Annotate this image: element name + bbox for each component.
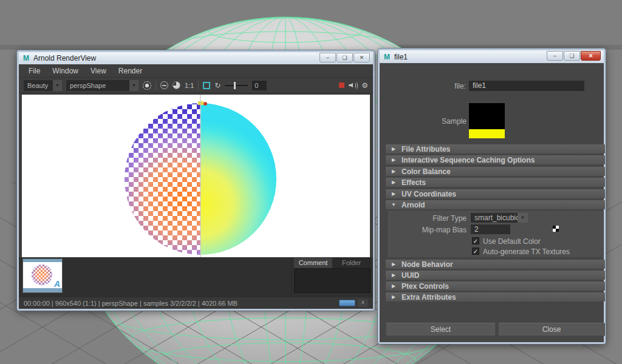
collapsed-arrow-icon: ▶ [386, 146, 402, 152]
file1-title: file1 [394, 53, 544, 61]
maya-logo-icon: M [383, 53, 391, 61]
filter-type-dropdown[interactable]: smart_bicubic ▼ [471, 213, 528, 223]
collapsed-arrow-icon: ▶ [386, 294, 402, 300]
snapshot-thumbnail[interactable]: A [22, 258, 63, 293]
chevron-down-icon: ▼ [53, 80, 62, 91]
texture-map-icon[interactable] [553, 226, 559, 232]
aov-dropdown[interactable]: Beauty ▼ [24, 80, 62, 91]
maximize-button[interactable]: ❏ [337, 53, 353, 62]
comment-panel: Comment Folder [294, 258, 371, 293]
display-channels-icon[interactable] [160, 81, 168, 89]
sample-label: Sample [416, 117, 466, 126]
sample-swatch[interactable] [469, 103, 505, 129]
close-button[interactable]: ✕ [354, 53, 370, 62]
progress-badge [339, 300, 355, 306]
zoom-1to1-button[interactable]: 1:1 [185, 82, 194, 89]
chevron-down-icon: ▼ [518, 213, 528, 223]
use-default-color-label: Use Default Color [483, 237, 541, 246]
menu-render[interactable]: Render [112, 67, 148, 75]
arnold-watermark: A [54, 280, 60, 288]
exposure-slider[interactable] [225, 85, 248, 86]
mipmap-bias-label: Mip-map Bias [404, 226, 466, 234]
renderview-toolbar: Beauty ▼ perspShape ▼ 1:1 ↻ 0 ⚙ [19, 78, 373, 93]
section-ptex-controls[interactable]: ▶ Ptex Controls [386, 281, 605, 291]
expand-log-button[interactable]: ∧ [358, 299, 368, 307]
close-button[interactable]: Close [498, 323, 605, 336]
thumbnail-letterbox-top [23, 259, 62, 262]
collapsed-arrow-icon: ▶ [386, 180, 402, 185]
render-region-icon[interactable] [143, 81, 151, 90]
section-uuid[interactable]: ▶ UUID [386, 271, 605, 280]
debug-shading-icon[interactable] [173, 81, 180, 89]
menu-window[interactable]: Window [46, 67, 84, 75]
use-default-color-checkbox[interactable]: ✓ [472, 237, 479, 244]
section-arnold[interactable]: ▼ Arnold [386, 200, 605, 209]
speaker-icon[interactable] [349, 82, 357, 89]
render-status-text: 00:00:00 | 960x540 (1:1) | perspShape | … [24, 300, 339, 307]
file1-titlebar[interactable]: M file1 – ❏ ✕ [380, 50, 604, 63]
section-effects[interactable]: ▶ Effects [386, 178, 605, 187]
gear-icon[interactable]: ⚙ [361, 82, 368, 89]
auto-generate-tx-checkbox[interactable]: ✓ [472, 248, 479, 255]
minimize-button[interactable]: – [320, 53, 336, 62]
thumbnail-sphere [32, 265, 52, 285]
renderview-title: Arnold RenderView [33, 54, 316, 62]
snapshot-strip: A Comment Folder [19, 257, 373, 297]
renderview-statusbar: 00:00:00 | 960x540 (1:1) | perspShape | … [19, 297, 373, 309]
section-uv-coordinates[interactable]: ▶ UV Coordinates [386, 189, 605, 198]
refresh-icon[interactable]: ↻ [214, 82, 220, 89]
crop-region-icon[interactable] [203, 82, 210, 89]
collapsed-arrow-icon: ▶ [386, 191, 402, 197]
toolbar-separator [198, 81, 199, 90]
stop-render-icon[interactable] [339, 83, 344, 88]
slider-handle[interactable] [234, 82, 236, 89]
file1-attribute-window: M file1 – ❏ ✕ file: file1 Sample ▶ File … [378, 49, 606, 344]
file-label: file: [416, 82, 466, 90]
filter-type-label: Filter Type [404, 214, 466, 223]
section-node-behavior[interactable]: ▶ Node Behavior [386, 260, 605, 269]
auto-generate-tx-label: Auto-generate TX Textures [483, 248, 570, 256]
rendered-sphere-image [22, 95, 370, 257]
section-file-attributes[interactable]: ▶ File Attributes [386, 144, 605, 153]
tab-folder[interactable]: Folder [332, 258, 371, 268]
thumbnail-letterbox-bottom [23, 288, 62, 292]
collapsed-arrow-icon: ▶ [386, 272, 402, 278]
filter-type-value: smart_bicubic [471, 213, 518, 223]
close-button[interactable]: ✕ [581, 51, 601, 61]
collapsed-arrow-icon: ▶ [386, 261, 402, 267]
collapsed-arrow-icon: ▶ [386, 283, 402, 289]
select-button[interactable]: Select [386, 323, 496, 336]
maximize-button[interactable]: ❏ [564, 51, 580, 61]
minimize-button[interactable]: – [547, 51, 563, 61]
maya-logo-icon: M [22, 54, 30, 62]
sample-swatch-average [469, 129, 505, 138]
chevron-down-icon: ▼ [129, 80, 138, 91]
toolbar-separator [156, 81, 156, 90]
tab-comment[interactable]: Comment [294, 258, 332, 268]
section-extra-attributes[interactable]: ▶ Extra Attributes [386, 292, 605, 302]
camera-dropdown[interactable]: perspShape ▼ [66, 80, 138, 91]
renderview-menubar: File Window View Render [19, 64, 373, 78]
collapsed-arrow-icon: ▶ [386, 169, 402, 174]
arnold-renderview-window: M Arnold RenderView – ❏ ✕ File Window Vi… [17, 50, 375, 311]
section-interactive-sequence-caching[interactable]: ▶ Interactive Sequence Caching Options [386, 155, 605, 164]
menu-file[interactable]: File [22, 67, 46, 75]
exposure-field[interactable]: 0 [252, 81, 267, 90]
comment-textarea[interactable] [294, 268, 371, 293]
file-name-field[interactable]: file1 [469, 81, 584, 91]
section-color-balance[interactable]: ▶ Color Balance [386, 167, 605, 176]
renderview-titlebar[interactable]: M Arnold RenderView – ❏ ✕ [19, 52, 373, 64]
strip-divider [291, 257, 292, 297]
aov-dropdown-value: Beauty [24, 80, 53, 91]
render-image-area[interactable] [22, 95, 370, 257]
mipmap-bias-field[interactable]: 2 [471, 224, 510, 234]
menu-view[interactable]: View [84, 67, 112, 75]
attribute-editor-content: file: file1 Sample ▶ File Attributes ▶ I… [380, 63, 604, 342]
camera-dropdown-value: perspShape [66, 80, 129, 91]
collapsed-arrow-icon: ▶ [386, 157, 402, 163]
expanded-arrow-icon: ▼ [386, 202, 402, 207]
